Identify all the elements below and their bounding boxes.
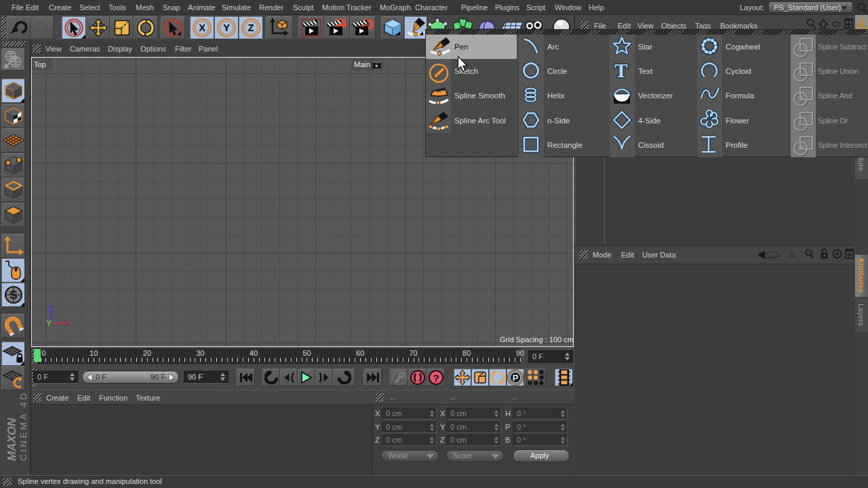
svg-text:S: S (9, 289, 17, 302)
svg-text:Y: Y (46, 319, 52, 328)
svg-text:Z: Z (48, 304, 53, 314)
svg-text:T: T (614, 60, 627, 81)
svg-text:X: X (65, 319, 71, 328)
svg-text:?: ? (433, 372, 439, 384)
svg-text:P: P (513, 373, 519, 383)
svg-text:X: X (199, 22, 205, 33)
svg-text:Y: Y (223, 22, 230, 33)
svg-text:MAXON: MAXON (5, 418, 18, 461)
svg-text:CINEMA 4D: CINEMA 4D (18, 391, 28, 461)
svg-text:Z: Z (248, 22, 254, 33)
